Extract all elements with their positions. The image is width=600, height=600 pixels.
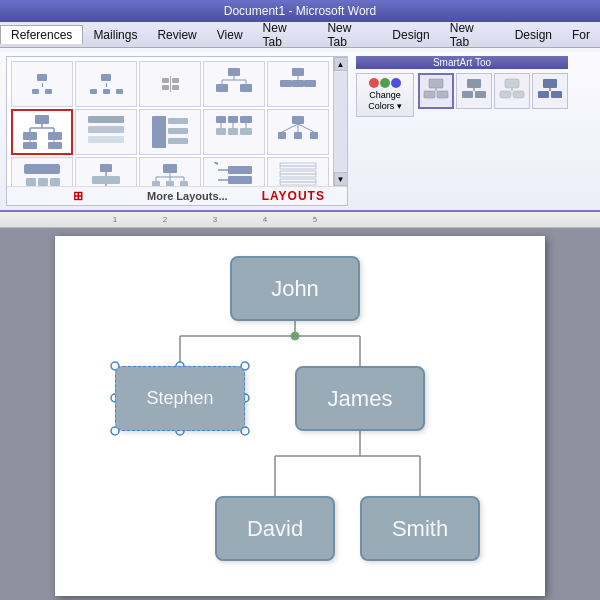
svg-rect-25 <box>88 136 124 143</box>
layout-item-4[interactable] <box>203 61 265 107</box>
svg-rect-81 <box>424 91 435 98</box>
layout-item-7[interactable] <box>75 109 137 155</box>
layout-item-11[interactable] <box>11 157 73 186</box>
svg-rect-22 <box>48 142 62 149</box>
ruler: 1 2 3 4 5 <box>0 212 600 228</box>
org-node-stephen[interactable]: Stephen <box>115 366 245 431</box>
scroll-down-btn[interactable]: ▼ <box>334 172 348 186</box>
layout-item-10[interactable] <box>267 109 329 155</box>
svg-rect-52 <box>92 176 120 184</box>
svg-rect-18 <box>48 132 62 140</box>
smartart-tools: ChangeColors ▾ <box>356 73 568 117</box>
svg-rect-28 <box>168 128 188 134</box>
ruler-mark-4: 4 <box>240 215 290 224</box>
change-colors-label: ChangeColors ▾ <box>368 90 402 112</box>
more-layouts-link[interactable]: More Layouts... <box>147 190 228 202</box>
layout-item-3[interactable] <box>139 61 201 107</box>
svg-rect-49 <box>50 178 60 186</box>
svg-rect-26 <box>152 116 166 148</box>
style-thumbnails <box>418 73 568 117</box>
layout-item-1[interactable] <box>11 61 73 107</box>
svg-rect-85 <box>462 91 473 98</box>
style-thumb-1[interactable] <box>418 73 454 109</box>
menu-newtab1[interactable]: New Tab <box>253 19 318 51</box>
layout-item-8[interactable] <box>139 109 201 155</box>
svg-rect-45 <box>310 132 318 139</box>
layout-item-13[interactable] <box>139 157 201 186</box>
svg-rect-61 <box>152 181 160 186</box>
svg-rect-27 <box>168 118 188 124</box>
svg-rect-36 <box>216 128 226 135</box>
org-node-smith[interactable]: Smith <box>360 496 480 561</box>
layout-item-9[interactable] <box>203 109 265 155</box>
ribbon-content: ▲ ▼ ⊞ More Layouts... LAYOUTS SmartArt T… <box>0 52 600 210</box>
scroll-track <box>335 72 347 171</box>
svg-rect-89 <box>500 91 511 98</box>
change-colors-button[interactable]: ChangeColors ▾ <box>356 73 414 117</box>
menu-newtab3[interactable]: New Tab <box>440 19 505 51</box>
color-circle-3 <box>391 78 401 88</box>
svg-rect-55 <box>163 164 177 173</box>
menu-format[interactable]: For <box>562 26 600 44</box>
ruler-marks: 1 2 3 4 5 <box>90 215 340 224</box>
svg-rect-83 <box>467 79 481 88</box>
menu-design1[interactable]: Design <box>382 26 439 44</box>
svg-rect-63 <box>180 181 188 186</box>
layouts-scrollbar[interactable]: ▲ ▼ <box>333 57 347 186</box>
org-node-james-label: James <box>328 386 393 412</box>
svg-rect-37 <box>228 128 238 135</box>
svg-rect-68 <box>228 166 252 174</box>
layouts-label: LAYOUTS <box>262 189 325 203</box>
more-layouts-bar: ⊞ More Layouts... LAYOUTS <box>7 186 347 205</box>
layout-item-5[interactable] <box>267 61 329 107</box>
more-layouts-icon: ⊞ <box>73 189 83 203</box>
menu-references[interactable]: References <box>0 25 83 44</box>
svg-rect-7 <box>292 68 304 76</box>
scroll-up-btn[interactable]: ▲ <box>334 57 348 71</box>
org-node-david[interactable]: David <box>215 496 335 561</box>
layout-item-15[interactable] <box>267 157 329 186</box>
menu-bar: References Mailings Review View New Tab … <box>0 22 600 48</box>
svg-rect-30 <box>216 116 226 123</box>
svg-rect-87 <box>505 79 519 88</box>
style-thumb-4[interactable] <box>532 73 568 109</box>
ruler-mark-1: 1 <box>90 215 140 224</box>
org-chart: John Stephen James David Smith <box>55 236 545 596</box>
layouts-grid <box>7 57 333 186</box>
svg-rect-86 <box>475 91 486 98</box>
svg-rect-32 <box>240 116 252 123</box>
svg-line-42 <box>298 124 314 132</box>
svg-rect-21 <box>23 142 37 149</box>
layout-item-2[interactable] <box>75 61 137 107</box>
menu-review[interactable]: Review <box>147 26 206 44</box>
svg-rect-91 <box>543 79 557 88</box>
menu-mailings[interactable]: Mailings <box>83 26 147 44</box>
org-node-john[interactable]: John <box>230 256 360 321</box>
svg-rect-93 <box>538 91 549 98</box>
style-thumb-2[interactable] <box>456 73 492 109</box>
svg-rect-38 <box>240 128 252 135</box>
svg-rect-12 <box>35 115 49 124</box>
svg-rect-29 <box>168 138 188 144</box>
style-thumb-3[interactable] <box>494 73 530 109</box>
menu-view[interactable]: View <box>207 26 253 44</box>
title-text: Document1 - Microsoft Word <box>224 4 377 18</box>
layout-item-12[interactable] <box>75 157 137 186</box>
svg-rect-43 <box>278 132 286 139</box>
color-circle-2 <box>380 78 390 88</box>
svg-rect-90 <box>513 91 524 98</box>
org-node-james[interactable]: James <box>295 366 425 431</box>
menu-design2[interactable]: Design <box>505 26 562 44</box>
menu-newtab2[interactable]: New Tab <box>317 19 382 51</box>
svg-rect-79 <box>429 79 443 88</box>
ruler-mark-3: 3 <box>190 215 240 224</box>
svg-line-64 <box>214 162 218 164</box>
svg-rect-11 <box>304 80 316 87</box>
svg-rect-31 <box>228 116 238 123</box>
smartart-panel: SmartArt Too ChangeColors ▾ <box>356 56 568 117</box>
layout-item-14[interactable] <box>203 157 265 186</box>
svg-rect-50 <box>100 164 112 172</box>
ribbon: ▲ ▼ ⊞ More Layouts... LAYOUTS SmartArt T… <box>0 48 600 212</box>
layout-item-selected[interactable] <box>11 109 73 155</box>
svg-rect-10 <box>292 80 304 87</box>
